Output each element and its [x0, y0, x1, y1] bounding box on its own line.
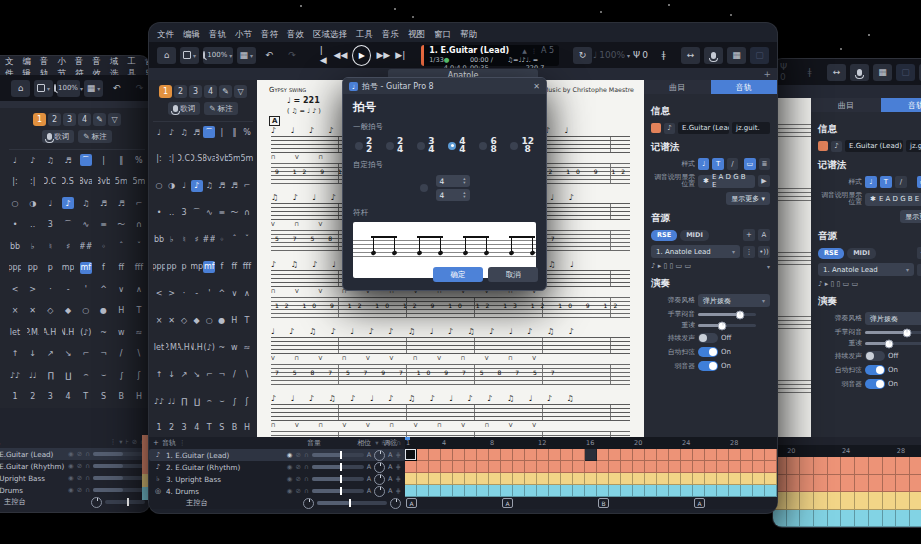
palette-symbol[interactable]: f	[98, 262, 110, 274]
grid-cell[interactable]	[753, 461, 765, 473]
grid-cell[interactable]	[705, 473, 717, 485]
palette-symbol[interactable]: 8vb	[98, 176, 110, 188]
mute-device-toggle[interactable]	[698, 361, 718, 371]
mute-icon[interactable]: ⊘	[132, 438, 137, 446]
palette-symbol[interactable]: ^	[98, 283, 110, 295]
menu-item[interactable]: 编辑	[183, 29, 200, 41]
palette-symbol[interactable]: T	[80, 391, 92, 403]
palette-symbol[interactable]: ∐	[62, 369, 74, 381]
grid-cell[interactable]	[537, 461, 549, 473]
grid-cell[interactable]	[573, 449, 585, 461]
grid-cell[interactable]	[855, 492, 869, 510]
grid-cell[interactable]	[828, 457, 842, 475]
grid-cell[interactable]	[741, 485, 753, 497]
grid-cell[interactable]	[869, 475, 883, 493]
track-row[interactable]: ♭3. Upright Bass◉⊘∩	[0, 472, 149, 484]
play-style-select[interactable]: 弹片拨奏▾	[865, 312, 921, 325]
tuning-button[interactable]: ✱ E A D G B E	[698, 175, 755, 188]
palette-symbol[interactable]: 1	[9, 391, 21, 403]
mixer-track-row[interactable]: ◎4. Drums ◉⊘∩ A A ⋕	[149, 485, 405, 497]
palette-symbol[interactable]: ♮	[178, 234, 190, 246]
palette-symbol[interactable]: /	[115, 348, 127, 360]
tuning-fork-icon[interactable]: Ψ 0	[777, 64, 796, 81]
signature-option-2-4[interactable]: 24	[386, 138, 403, 153]
track-name-field[interactable]: E.Guitar (Lead)	[845, 140, 903, 152]
palette-symbol[interactable]: ♬	[216, 180, 228, 192]
grid-cell[interactable]	[705, 485, 717, 497]
kebab-menu-icon[interactable]: ⋮	[917, 264, 921, 276]
palette-symbol[interactable]: ‖	[115, 154, 127, 166]
palette-symbol[interactable]: ⌒	[62, 219, 74, 231]
style-slash-button[interactable]: /	[895, 176, 907, 188]
rse-button[interactable]: RSE	[651, 230, 677, 241]
grid-cell[interactable]	[405, 449, 417, 461]
palette-symbol[interactable]: ♪♪	[9, 369, 21, 381]
grid-cell[interactable]	[453, 473, 465, 485]
grid-cell[interactable]	[841, 510, 855, 528]
grid-cell[interactable]	[549, 485, 561, 497]
add-sound-button[interactable]: +	[743, 229, 755, 241]
grid-cell[interactable]	[489, 449, 501, 461]
grid-cell[interactable]	[814, 475, 828, 493]
tab-track[interactable]: 音轨	[881, 98, 921, 112]
expand-button[interactable]: ↔	[827, 64, 846, 81]
mic-button[interactable]	[704, 47, 723, 64]
lyrics-button[interactable]: 歌词	[42, 130, 74, 143]
play-style-select[interactable]: 弹片拨奏▾	[698, 294, 770, 307]
grid-cell[interactable]	[765, 485, 777, 497]
tuner-button[interactable]: Ψ 0	[631, 47, 650, 64]
volume-slider[interactable]	[312, 465, 364, 469]
grid-cell[interactable]	[405, 461, 417, 473]
palette-symbol[interactable]: bb	[9, 240, 21, 252]
grid-cell[interactable]	[525, 473, 537, 485]
menu-item[interactable]: 音符	[261, 29, 278, 41]
loop-button[interactable]: ↻	[573, 47, 592, 64]
tempo-button[interactable]: ♩ 100% ▾	[596, 47, 627, 64]
palette-symbol[interactable]: ×	[153, 314, 165, 326]
let-ring-toggle[interactable]	[698, 333, 718, 343]
track-color-swatch[interactable]	[651, 123, 661, 133]
menu-item[interactable]: 帮助	[460, 29, 477, 41]
palette-symbol[interactable]: ˇ	[241, 234, 253, 246]
palette-symbol[interactable]: 8va	[80, 176, 92, 188]
mixer-track-row[interactable]: ♭3. Upright Bass ◉⊘∩ A A ⋕	[149, 473, 405, 485]
layout-button[interactable]: ▦▾	[237, 47, 256, 64]
grid-cell[interactable]	[477, 485, 489, 497]
grid-cell[interactable]	[787, 475, 801, 493]
grid-cell[interactable]	[561, 485, 573, 497]
palette-symbol[interactable]: ◦	[216, 234, 228, 246]
palette-symbol[interactable]: ♬	[228, 180, 240, 192]
grid-cell[interactable]	[729, 473, 741, 485]
signature-option-3-4[interactable]: 34	[417, 138, 434, 153]
palette-symbol[interactable]: ↘	[62, 348, 74, 360]
grid-cell[interactable]	[405, 473, 417, 485]
menu-item[interactable]: 视图	[408, 29, 425, 41]
palette-symbol[interactable]: 4	[191, 422, 203, 434]
palette-symbol[interactable]: ↗	[178, 368, 190, 380]
grid-cell[interactable]	[573, 473, 585, 485]
grid-cell[interactable]	[633, 473, 645, 485]
grid-cell[interactable]	[513, 461, 525, 473]
zoom-control[interactable]: 100%▾	[57, 80, 80, 97]
grid-cell[interactable]	[441, 485, 453, 497]
palette-symbol[interactable]: w	[115, 326, 127, 338]
palette-symbol[interactable]: ⌒	[80, 154, 92, 166]
grid-cell[interactable]	[669, 485, 681, 497]
palette-symbol[interactable]: pp	[166, 261, 178, 273]
tab-track[interactable]: 音轨	[711, 80, 778, 94]
grid-cell[interactable]	[453, 485, 465, 497]
palette-symbol[interactable]: ♬	[62, 154, 74, 166]
grid-cell[interactable]	[828, 492, 842, 510]
palette-symbol[interactable]: ♩♩	[27, 369, 39, 381]
grid-cell[interactable]	[561, 449, 573, 461]
palette-symbol[interactable]: ♫	[80, 197, 92, 209]
cancel-button[interactable]: 取消	[488, 267, 538, 282]
dialog-title-bar[interactable]: ♩ 拍号 - Guitar Pro 8 ✕	[343, 78, 546, 94]
palette-symbol[interactable]: :|	[27, 176, 39, 188]
grid-cell[interactable]	[814, 457, 828, 475]
palette-symbol[interactable]: \	[241, 368, 253, 380]
palette-symbol[interactable]: ◦	[98, 240, 110, 252]
volume-slider[interactable]	[312, 453, 364, 457]
style-standard-button[interactable]: ♩	[698, 158, 709, 170]
palette-symbol[interactable]: ♪	[27, 154, 39, 166]
